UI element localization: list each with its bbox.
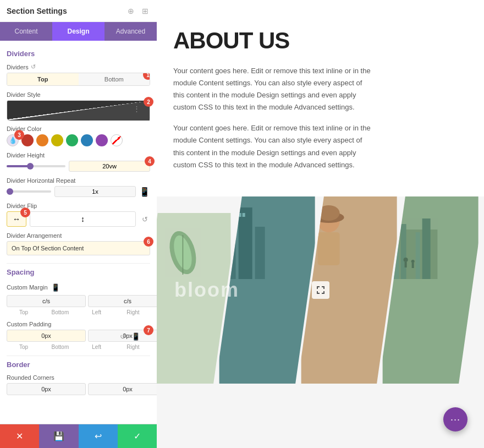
divider-tabs: Top Bottom 1 bbox=[7, 73, 150, 86]
about-text-2: Your content goes here. Edit or remove t… bbox=[173, 122, 371, 171]
color-orange[interactable] bbox=[36, 134, 48, 146]
divider-height-label: Divider Height bbox=[7, 152, 150, 159]
layout-icon[interactable]: ⊞ bbox=[140, 6, 150, 16]
svg-rect-5 bbox=[238, 207, 252, 279]
dividers-label: Dividers ↺ bbox=[7, 63, 150, 70]
panel-title: Section Settings bbox=[7, 7, 67, 15]
close-button[interactable]: ✕ bbox=[0, 424, 39, 448]
corner-tr-input[interactable]: 0px bbox=[88, 383, 157, 395]
padding-bottom-label: Bottom bbox=[43, 344, 77, 350]
divider-repeat-row: 1x 📱 bbox=[7, 186, 150, 197]
flip-vertical-btn[interactable]: ↕ bbox=[30, 211, 136, 227]
repeat-slider-thumb[interactable] bbox=[7, 188, 13, 195]
arrangement-select[interactable]: On Top Of Section Content bbox=[7, 241, 150, 255]
badge-3: 3 bbox=[14, 130, 24, 140]
svg-rect-14 bbox=[317, 232, 339, 265]
color-yellow[interactable] bbox=[51, 134, 63, 146]
badge-2: 2 bbox=[144, 97, 153, 107]
right-content: ABOUT US Your content goes here. Edit or… bbox=[157, 0, 484, 448]
svg-rect-9 bbox=[238, 213, 241, 217]
corners-inputs: 0px 0px bbox=[7, 383, 150, 395]
margin-labels: Top Bottom Left Right bbox=[7, 309, 150, 315]
padding-reset-icon[interactable]: ↺ bbox=[117, 331, 128, 342]
repeat-responsive-icon[interactable]: 📱 bbox=[139, 186, 150, 197]
padding-right-label: Right bbox=[116, 344, 150, 350]
tab-design[interactable]: Design bbox=[52, 22, 105, 41]
svg-rect-10 bbox=[242, 213, 245, 217]
about-text-1: Your content goes here. Edit or remove t… bbox=[173, 65, 371, 113]
about-title: ABOUT US bbox=[173, 28, 451, 54]
tabs: Content Design Advanced bbox=[0, 22, 157, 41]
divider-arrangement-label: Divider Arrangement bbox=[7, 232, 150, 239]
badge-4: 4 bbox=[145, 156, 155, 166]
tab-bottom[interactable]: Bottom bbox=[79, 73, 150, 85]
gallery-section: bloom bbox=[157, 196, 484, 384]
svg-rect-22 bbox=[405, 262, 407, 267]
border-section-title: Border bbox=[7, 360, 150, 369]
margin-label: Custom Margin 📱 bbox=[7, 282, 150, 293]
color-transparent[interactable] bbox=[111, 134, 123, 146]
section-divider-1 bbox=[7, 263, 150, 264]
height-value-input[interactable]: 20vw bbox=[69, 161, 150, 172]
padding-top-label: Top bbox=[7, 344, 41, 350]
padding-labels: Top Bottom Left Right bbox=[7, 344, 150, 350]
tab-top[interactable]: Top bbox=[7, 73, 79, 85]
color-green[interactable] bbox=[66, 134, 78, 146]
section-divider-2 bbox=[7, 356, 150, 356]
margin-top-label: Top bbox=[7, 309, 41, 315]
svg-rect-20 bbox=[422, 218, 431, 279]
margin-top-input[interactable]: c/s bbox=[7, 295, 86, 307]
panel-header-icons: ⊕ ⊞ bbox=[126, 6, 150, 16]
svg-rect-19 bbox=[416, 232, 420, 279]
padding-left-label: Left bbox=[80, 344, 114, 350]
svg-rect-18 bbox=[401, 224, 406, 279]
tab-advanced[interactable]: Advanced bbox=[105, 22, 157, 41]
margin-inputs: c/s c/s c/s c/s bbox=[7, 295, 150, 307]
save-button[interactable]: 💾 bbox=[39, 424, 78, 448]
badge-5: 5 bbox=[20, 207, 30, 217]
fullscreen-icon[interactable]: ⊕ bbox=[126, 6, 136, 16]
flip-horizontal-btn[interactable]: ↔ 5 bbox=[7, 211, 26, 227]
svg-marker-0 bbox=[7, 101, 150, 121]
height-slider[interactable] bbox=[7, 165, 65, 167]
color-blue[interactable] bbox=[81, 134, 93, 146]
panel-content: Dividers Dividers ↺ Top Bottom 1 Divider… bbox=[0, 41, 157, 424]
left-panel: Section Settings ⊕ ⊞ Content Design Adva… bbox=[0, 0, 157, 448]
confirm-button[interactable]: ✓ bbox=[118, 424, 157, 448]
fab-button[interactable]: ··· bbox=[443, 407, 468, 431]
color-purple[interactable] bbox=[96, 134, 108, 146]
divider-repeat-label: Divider Horizontal Repeat bbox=[7, 177, 150, 184]
svg-rect-24 bbox=[412, 263, 414, 268]
undo-button[interactable]: ↩ bbox=[79, 424, 118, 448]
margin-right-label: Right bbox=[116, 309, 150, 315]
repeat-slider[interactable] bbox=[7, 190, 51, 193]
padding-top-input[interactable]: 0px bbox=[7, 330, 86, 342]
height-slider-thumb[interactable] bbox=[27, 163, 34, 170]
spacing-section-title: Spacing bbox=[7, 268, 150, 276]
dividers-reset-icon[interactable]: ↺ bbox=[31, 63, 36, 70]
padding-responsive-icon[interactable]: 📱 bbox=[130, 331, 141, 342]
divider-style-preview[interactable] bbox=[7, 100, 150, 120]
divider-color-label: Divider Color bbox=[7, 125, 150, 132]
color-swatches: 💧 3 bbox=[7, 134, 150, 146]
badge-7: 7 bbox=[144, 325, 153, 335]
margin-responsive-icon[interactable]: 📱 bbox=[50, 282, 61, 293]
svg-rect-6 bbox=[255, 227, 265, 279]
expand-icon[interactable] bbox=[312, 281, 329, 299]
corners-label: Rounded Corners bbox=[7, 374, 150, 381]
divider-arrangement-row: On Top Of Section Content 6 bbox=[7, 241, 150, 255]
divider-flip-row: ↔ 5 ↕ ↺ bbox=[7, 211, 150, 227]
badge-6: 6 bbox=[144, 237, 153, 247]
flip-reset-icon[interactable]: ↺ bbox=[139, 214, 150, 225]
bottom-toolbar: ✕ 💾 ↩ ✓ bbox=[0, 424, 157, 448]
panel-header: Section Settings ⊕ ⊞ bbox=[0, 0, 157, 22]
repeat-value-input[interactable]: 1x bbox=[54, 186, 136, 197]
about-section: ABOUT US Your content goes here. Edit or… bbox=[157, 0, 484, 196]
divider-style-label: Divider Style bbox=[7, 91, 150, 98]
corner-tl-input[interactable]: 0px bbox=[7, 383, 86, 395]
margin-bottom-input[interactable]: c/s bbox=[88, 295, 157, 307]
dividers-section-title: Dividers bbox=[7, 50, 150, 58]
style-options-icon[interactable]: ⋮ bbox=[133, 105, 140, 113]
svg-point-13 bbox=[317, 205, 339, 221]
tab-content[interactable]: Content bbox=[0, 22, 52, 41]
